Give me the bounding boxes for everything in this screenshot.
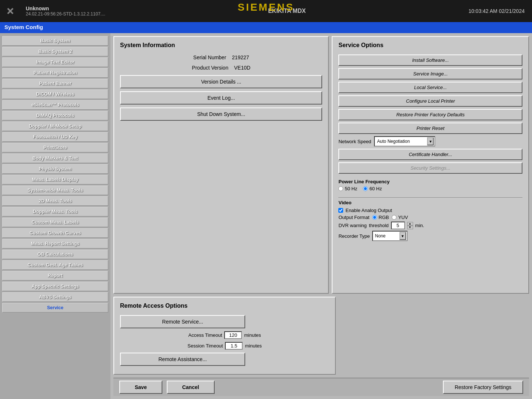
access-timeout-input[interactable]: [224, 331, 242, 339]
configure-printer-button[interactable]: Configure Local Printer: [338, 95, 522, 107]
sidebar-item-footswitch[interactable]: Footswitch / UD Key: [2, 132, 108, 142]
access-timeout-label: Access Timeout: [189, 332, 222, 338]
recorder-type-select[interactable]: [374, 232, 399, 240]
power-50hz-label: 50 Hz: [345, 186, 357, 191]
sidebar-item-doppler-mmode[interactable]: Doppler / M-Mode Setup: [2, 121, 108, 131]
top-icon: [4, 4, 17, 18]
title-bar-label: System Config: [4, 24, 43, 30]
sidebar-item-physio-system[interactable]: Physio System: [2, 164, 108, 174]
rgb-radio[interactable]: [372, 215, 377, 220]
content-area: System Information Serial Number 219227 …: [110, 33, 532, 399]
sidebar-item-dicom-wireless[interactable]: DICOM / Wireless: [2, 89, 108, 99]
dvr-label2: threshold: [369, 223, 388, 228]
main-content: Basic System Basic System 2 Image Text E…: [0, 33, 532, 399]
sidebar-item-app-specific[interactable]: App Specific Settings: [2, 282, 108, 291]
bottom-left-buttons: Save Cancel: [119, 381, 215, 394]
sidebar-item-abvs[interactable]: ABVS Settings: [2, 292, 108, 302]
power-50hz-radio[interactable]: [338, 186, 343, 191]
install-software-button[interactable]: Install Software...: [338, 54, 522, 66]
dvr-up-arrow[interactable]: ▲: [407, 222, 413, 226]
sidebar-item-meas-labels[interactable]: Meas. Labels Display: [2, 175, 108, 184]
system-info-title: System Information: [120, 42, 322, 49]
dvr-value-input[interactable]: [391, 222, 405, 229]
sidebar-item-2d-meas-tools[interactable]: 2D Meas. Tools: [2, 196, 108, 206]
output-format-label: Output Format: [338, 215, 369, 220]
bottom-right-buttons: Restore Factory Settings: [443, 381, 523, 394]
enable-analog-checkbox[interactable]: [338, 208, 343, 213]
access-timeout-unit: minutes: [244, 332, 261, 338]
enable-analog-row: Enable Analog Output: [338, 208, 522, 213]
local-service-button[interactable]: Local Service...: [338, 82, 522, 93]
top-row: System Information Serial Number 219227 …: [113, 36, 529, 294]
cross-icon: [5, 6, 16, 17]
sidebar-item-patient-banner[interactable]: Patient Banner: [2, 79, 108, 88]
datetime: 10:03:42 AM 02/21/2024: [468, 8, 525, 14]
power-60hz-option[interactable]: 60 Hz: [363, 186, 382, 191]
remote-service-button[interactable]: Remote Service...: [120, 315, 245, 328]
event-log-button[interactable]: Event Log...: [120, 91, 322, 105]
remote-access-panel: Remote Access Options Remote Service... …: [113, 297, 336, 375]
sidebar-item-service[interactable]: Service: [2, 303, 108, 313]
version-string: 24.02.21-09:56:26-STD-1.3.12.2.1107....: [26, 11, 105, 17]
bottom-bar: Save Cancel Restore Factory Settings: [113, 378, 529, 396]
serial-value: 219227: [232, 54, 249, 60]
sidebar-item-meas-report[interactable]: Meas. Report Settings: [2, 239, 108, 248]
version-details-button[interactable]: Version Details ...: [120, 75, 322, 88]
recorder-type-dropdown-arrow[interactable]: ▼: [399, 232, 406, 240]
service-options-title: Service Options: [338, 42, 522, 49]
sidebar-item-patient-registration[interactable]: Patient Registration: [2, 68, 108, 78]
rgb-label: RGB: [378, 215, 389, 220]
device-name: Unknown: [26, 6, 105, 11]
power-60hz-radio[interactable]: [363, 186, 368, 191]
product-label: Product Version: [192, 65, 228, 71]
cancel-button[interactable]: Cancel: [167, 381, 215, 394]
shut-down-button[interactable]: Shut Down System...: [120, 107, 322, 121]
bottom-spacer: [339, 297, 529, 375]
yuv-label: YUV: [398, 215, 408, 220]
sidebar-item-system-meas-tools[interactable]: System-wide Meas. Tools: [2, 186, 108, 195]
network-speed-row: Network Speed ▼: [338, 136, 522, 146]
yuv-radio[interactable]: [392, 215, 397, 220]
sidebar-item-custom-growth-curves[interactable]: Custom Growth Curves: [2, 228, 108, 238]
top-bar: Unknown 24.02.21-09:56:26-STD-1.3.12.2.1…: [0, 0, 532, 22]
sidebar-item-dimaq[interactable]: DIMAQ Protocols: [2, 111, 108, 120]
session-timeout-unit: minutes: [245, 343, 262, 349]
video-title: Video: [338, 197, 522, 205]
dvr-spinner[interactable]: ▲ ▼: [407, 222, 413, 229]
sidebar-item-print-store[interactable]: Print/Store: [2, 143, 108, 152]
service-image-button[interactable]: Service Image...: [338, 68, 522, 80]
security-settings-button[interactable]: Security Settings...: [338, 162, 522, 174]
certificate-handler-button[interactable]: Certificate Handler...: [338, 149, 522, 160]
sidebar-item-esiescan[interactable]: eSieScan™ Protocols: [2, 100, 108, 110]
sidebar-item-custom-gest-age[interactable]: Custom Gest. Age Tables: [2, 260, 108, 270]
rgb-option[interactable]: RGB: [372, 215, 389, 220]
recorder-type-row: Recorder Type ▼: [338, 231, 522, 241]
network-speed-label: Network Speed: [338, 139, 371, 144]
save-button[interactable]: Save: [119, 381, 162, 394]
power-50hz-option[interactable]: 50 Hz: [338, 186, 357, 191]
recorder-type-label: Recorder Type: [338, 233, 370, 239]
sidebar-item-ob-calculations[interactable]: OB Calculations: [2, 250, 108, 259]
sidebar-item-basic-system-2[interactable]: Basic System 2: [2, 47, 108, 56]
restore-factory-button[interactable]: Restore Factory Settings: [443, 381, 523, 394]
network-speed-select[interactable]: [376, 137, 427, 145]
sidebar-item-image-text-editor[interactable]: Image Text Editor: [2, 57, 108, 67]
sidebar-item-doppler-meas-tools[interactable]: Doppler Meas. Tools: [2, 207, 108, 216]
session-timeout-input[interactable]: [225, 342, 243, 350]
title-bar: System Config: [0, 22, 532, 33]
power-line-options: 50 Hz 60 Hz: [338, 186, 522, 191]
sidebar-item-report[interactable]: Report: [2, 271, 108, 280]
sidebar-item-basic-system[interactable]: Basic System: [2, 36, 108, 46]
remote-assistance-button[interactable]: Remote Assistance...: [120, 353, 245, 366]
yuv-option[interactable]: YUV: [392, 215, 408, 220]
restore-printer-button[interactable]: Restore Printer Factory Defaults: [338, 109, 522, 120]
sidebar: Basic System Basic System 2 Image Text E…: [0, 33, 110, 399]
printer-reset-button[interactable]: Printer Reset: [338, 123, 522, 134]
session-timeout-label: Session Timeout: [187, 343, 223, 349]
sidebar-item-body-markers[interactable]: Body Markers & Text: [2, 153, 108, 163]
dvr-down-arrow[interactable]: ▼: [407, 226, 413, 229]
product-value: VE10D: [234, 65, 250, 71]
sidebar-item-custom-meas-labels[interactable]: Custom Meas. Labels: [2, 218, 108, 227]
video-section: Video Enable Analog Output Output Format…: [338, 197, 522, 241]
network-speed-dropdown-arrow[interactable]: ▼: [427, 137, 434, 145]
